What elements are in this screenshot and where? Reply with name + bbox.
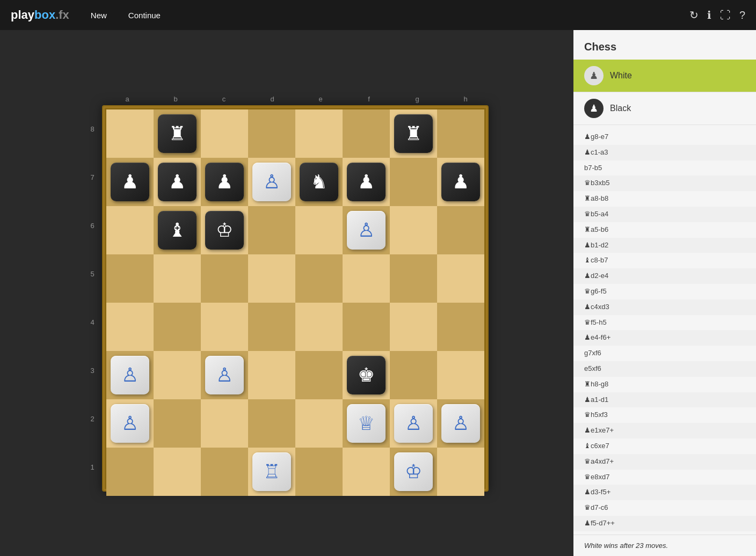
piece-b6[interactable]: ♝ [158,211,197,250]
move-item[interactable]: ♛b5-a4 [573,207,756,222]
square-d2[interactable] [248,399,295,448]
piece-g2[interactable]: ♙ [394,404,433,443]
move-item[interactable]: ♟d2-e4 [573,268,756,284]
move-item[interactable]: ♝c8-b7 [573,253,756,268]
square-a7[interactable]: ♟ [106,158,154,206]
square-a4[interactable] [106,303,154,351]
square-d4[interactable] [248,303,295,351]
square-e1[interactable] [295,448,343,496]
square-a8[interactable] [106,109,154,158]
square-c1[interactable] [201,448,248,496]
piece-h7[interactable]: ♟ [441,163,480,201]
square-g7[interactable] [390,158,437,206]
move-item[interactable]: ♟d3-f5+ [573,485,756,500]
move-item[interactable]: ♛f5-h5 [573,315,756,331]
piece-b7[interactable]: ♟ [158,163,197,201]
square-c7[interactable]: ♟ [201,158,248,206]
square-g4[interactable] [390,303,437,351]
white-player-row[interactable]: ♟ White [573,60,756,92]
square-h3[interactable] [437,351,484,399]
square-f1[interactable] [343,448,390,496]
square-e3[interactable] [295,351,343,399]
square-h5[interactable] [437,254,484,303]
piece-d7[interactable]: ♙ [252,163,291,201]
move-item[interactable]: ♟f5-d7++ [573,516,756,531]
square-b2[interactable] [154,399,201,448]
square-h4[interactable] [437,303,484,351]
square-f5[interactable] [343,254,390,303]
black-player-row[interactable]: ♟ Black [573,92,756,125]
square-e7[interactable]: ♞ [295,158,343,206]
move-item[interactable]: ♟c1-a3 [573,145,756,160]
moves-list[interactable]: ♟g8-e7♟c1-a3b7-b5♛b3xb5♜a8-b8♛b5-a4♜a5-b… [573,125,756,535]
square-h7[interactable]: ♟ [437,158,484,206]
square-g5[interactable] [390,254,437,303]
square-b8[interactable]: ♜ [154,109,201,158]
piece-d1[interactable]: ♖ [252,452,291,491]
move-item[interactable]: ♛b3xb5 [573,175,756,191]
piece-a7[interactable]: ♟ [111,163,149,201]
chessboard[interactable]: ♜♜♟♟♟♙♞♟♟♝♔♙♙♙♚♙♕♙♙♖♔ [102,105,489,492]
move-item[interactable]: e5xf6 [573,361,756,377]
move-item[interactable]: b7-b5 [573,160,756,176]
square-e2[interactable] [295,399,343,448]
move-item[interactable]: ♜a5-b6 [573,222,756,238]
square-e5[interactable] [295,254,343,303]
square-g3[interactable] [390,351,437,399]
move-item[interactable]: ♛d7-c6 [573,500,756,516]
square-g6[interactable] [390,206,437,254]
square-f8[interactable] [343,109,390,158]
square-c6[interactable]: ♔ [201,206,248,254]
move-item[interactable]: ♟c4xd3 [573,299,756,315]
square-g1[interactable]: ♔ [390,448,437,496]
square-b5[interactable] [154,254,201,303]
square-g2[interactable]: ♙ [390,399,437,448]
move-item[interactable]: g7xf6 [573,346,756,361]
square-d5[interactable] [248,254,295,303]
move-item[interactable]: ♛a4xd7+ [573,454,756,470]
piece-f3[interactable]: ♚ [347,356,386,394]
square-c4[interactable] [201,303,248,351]
piece-b8[interactable]: ♜ [158,114,197,153]
square-h2[interactable]: ♙ [437,399,484,448]
square-d6[interactable] [248,206,295,254]
move-item[interactable]: ♜a8-b8 [573,191,756,207]
move-item[interactable]: ♛e8xd7 [573,470,756,485]
square-e8[interactable] [295,109,343,158]
square-b6[interactable]: ♝ [154,206,201,254]
piece-g8[interactable]: ♜ [394,114,433,153]
move-item[interactable]: ♟e1xe7+ [573,423,756,438]
piece-a2[interactable]: ♙ [111,404,149,443]
piece-c6[interactable]: ♔ [205,211,244,250]
square-b4[interactable] [154,303,201,351]
square-f7[interactable]: ♟ [343,158,390,206]
square-c5[interactable] [201,254,248,303]
square-b7[interactable]: ♟ [154,158,201,206]
square-d8[interactable] [248,109,295,158]
refresh-icon[interactable]: ↻ [689,9,699,21]
square-e4[interactable] [295,303,343,351]
piece-f7[interactable]: ♟ [347,163,386,201]
square-c8[interactable] [201,109,248,158]
move-item[interactable]: ♜h8-g8 [573,377,756,392]
move-item[interactable]: ♟a1-d1 [573,392,756,408]
square-e6[interactable] [295,206,343,254]
nav-continue-button[interactable]: Continue [123,8,166,23]
square-d7[interactable]: ♙ [248,158,295,206]
square-g8[interactable]: ♜ [390,109,437,158]
square-f3[interactable]: ♚ [343,351,390,399]
fullscreen-icon[interactable]: ⛶ [720,9,731,21]
square-a1[interactable] [106,448,154,496]
piece-f2[interactable]: ♕ [347,404,386,443]
square-b1[interactable] [154,448,201,496]
square-a3[interactable]: ♙ [106,351,154,399]
piece-h2[interactable]: ♙ [441,404,480,443]
square-f6[interactable]: ♙ [343,206,390,254]
piece-a3[interactable]: ♙ [111,356,149,394]
move-item[interactable]: ♛h5xf3 [573,407,756,423]
square-b3[interactable] [154,351,201,399]
square-h6[interactable] [437,206,484,254]
square-c3[interactable]: ♙ [201,351,248,399]
move-item[interactable]: ♝c6xe7 [573,438,756,454]
square-h8[interactable] [437,109,484,158]
